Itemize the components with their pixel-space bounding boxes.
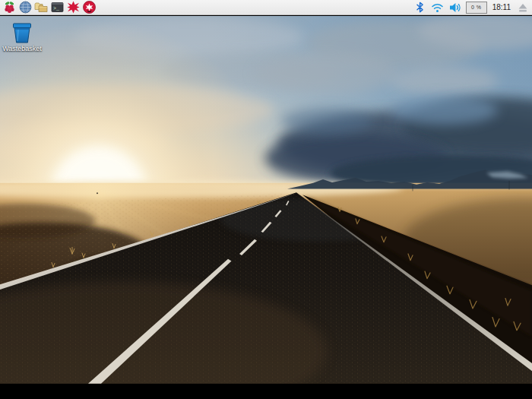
clock[interactable]: 18:11 [491,3,512,11]
wolfram-icon[interactable] [82,1,96,14]
volume-icon[interactable] [448,1,462,14]
wastebasket-icon [9,21,35,44]
wifi-icon[interactable] [431,1,445,14]
taskbar: >_ [0,0,532,15]
terminal-icon[interactable]: >_ [50,1,64,14]
desktop-icon-label: Wastebasket [0,45,44,52]
cpu-usage-value: 0 % [471,5,482,10]
desktop[interactable]: Wastebasket [0,16,532,399]
bluetooth-icon[interactable] [413,1,427,14]
desktop-icon-wastebasket[interactable]: Wastebasket [0,21,44,52]
taskbar-status-area: 0 % 18:11 [413,1,530,14]
wallpaper-scene [0,16,532,399]
svg-text:>_: >_ [53,6,59,11]
raspberry-menu-icon[interactable] [2,1,16,14]
file-manager-icon[interactable] [34,1,48,14]
raspberry-pi-desktop: >_ [0,0,532,399]
taskbar-launchers: >_ [2,1,96,14]
cpu-usage-monitor[interactable]: 0 % [466,2,487,14]
mathematica-spikey-icon[interactable] [66,1,80,14]
eject-icon[interactable] [516,1,530,14]
web-browser-globe-icon[interactable] [18,1,32,14]
